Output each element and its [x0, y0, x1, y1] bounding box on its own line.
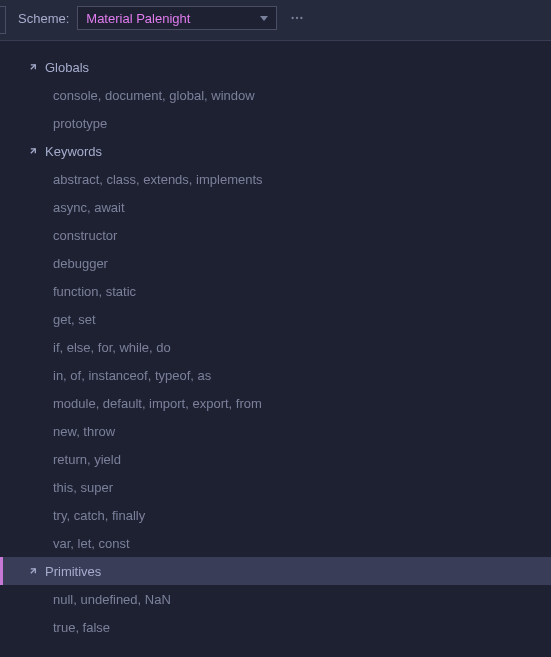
tree-item-label: debugger [53, 256, 108, 271]
settings-panel: Scheme: Material Palenight Globalsconsol… [0, 0, 551, 657]
tree-item-label: new, throw [53, 424, 115, 439]
tree-item[interactable]: prototype [0, 109, 551, 137]
tree-item[interactable]: console, document, global, window [0, 81, 551, 109]
tree-item-label: in, of, instanceof, typeof, as [53, 368, 211, 383]
tree-item-label: module, default, import, export, from [53, 396, 262, 411]
tree-group[interactable]: Globals [0, 53, 551, 81]
color-scheme-tree[interactable]: Globalsconsole, document, global, window… [0, 41, 551, 657]
svg-point-0 [292, 17, 294, 19]
tree-item-label: true, false [53, 620, 110, 635]
svg-point-1 [296, 17, 298, 19]
tree-item-label: if, else, for, while, do [53, 340, 171, 355]
tree-item[interactable]: true, false [0, 613, 551, 641]
tree-group-label: Globals [45, 60, 89, 75]
tree-item-label: try, catch, finally [53, 508, 145, 523]
tree-group[interactable]: Primitives [0, 557, 551, 585]
scheme-dropdown[interactable]: Material Palenight [77, 6, 277, 30]
expand-arrow-icon[interactable] [27, 145, 39, 157]
tree-item[interactable]: if, else, for, while, do [0, 333, 551, 361]
scheme-actions-button[interactable] [285, 6, 309, 30]
tree-item-label: prototype [53, 116, 107, 131]
tree-item-label: null, undefined, NaN [53, 592, 171, 607]
tree-group-label: Primitives [45, 564, 101, 579]
tree-item[interactable]: return, yield [0, 445, 551, 473]
tree-group-label: Keywords [45, 144, 102, 159]
tree-item-label: async, await [53, 200, 125, 215]
scheme-toolbar: Scheme: Material Palenight [0, 0, 551, 41]
tree-item-label: function, static [53, 284, 136, 299]
tree-item[interactable]: null, undefined, NaN [0, 585, 551, 613]
chevron-down-icon [260, 16, 268, 21]
tree-item[interactable]: async, await [0, 193, 551, 221]
tree-item[interactable]: new, throw [0, 417, 551, 445]
tree-group[interactable]: Keywords [0, 137, 551, 165]
tree-item[interactable]: debugger [0, 249, 551, 277]
tree-item[interactable]: constructor [0, 221, 551, 249]
tree-item[interactable]: var, let, const [0, 529, 551, 557]
tree-item-label: console, document, global, window [53, 88, 255, 103]
tree-item-label: get, set [53, 312, 96, 327]
gear-icon [290, 11, 304, 25]
tree-item-label: abstract, class, extends, implements [53, 172, 263, 187]
tree-item[interactable]: abstract, class, extends, implements [0, 165, 551, 193]
scheme-dropdown-value: Material Palenight [86, 11, 190, 26]
scheme-label: Scheme: [18, 11, 69, 26]
tree-item[interactable]: function, static [0, 277, 551, 305]
expand-arrow-icon[interactable] [27, 565, 39, 577]
tree-item[interactable]: get, set [0, 305, 551, 333]
tree-item[interactable]: this, super [0, 473, 551, 501]
tree-item-label: var, let, const [53, 536, 130, 551]
svg-point-2 [301, 17, 303, 19]
tree-item[interactable]: try, catch, finally [0, 501, 551, 529]
tree-item[interactable]: in, of, instanceof, typeof, as [0, 361, 551, 389]
panel-edge-decoration [0, 6, 6, 34]
tree-item-label: return, yield [53, 452, 121, 467]
tree-item-label: constructor [53, 228, 117, 243]
expand-arrow-icon[interactable] [27, 61, 39, 73]
tree-item-label: this, super [53, 480, 113, 495]
tree-item[interactable]: module, default, import, export, from [0, 389, 551, 417]
